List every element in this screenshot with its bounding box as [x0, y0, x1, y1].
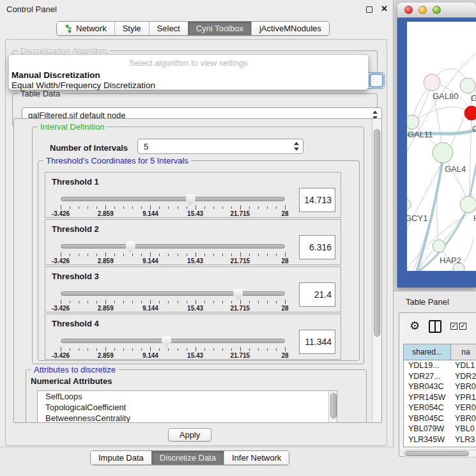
- tab-impute-data-label: Impute Data: [98, 451, 144, 464]
- number-of-intervals-combobox[interactable]: 5: [137, 139, 303, 154]
- threshold-slider[interactable]: -3.4262.8599.14415.4321.71528: [61, 194, 285, 219]
- network-window-frame: GAL80GAGAL11CGAL4GCY1HHAP2: [397, 18, 476, 288]
- scrollbar-thumb[interactable]: [330, 393, 337, 418]
- network-node[interactable]: [407, 115, 419, 129]
- slider-tick-labels: -3.4262.8599.14415.4321.71528: [61, 352, 285, 360]
- network-node[interactable]: [433, 240, 445, 252]
- table-row[interactable]: YBR043CYBR0: [404, 381, 476, 392]
- interval-definition-title: Interval Definition: [38, 122, 107, 132]
- table-row[interactable]: YER054CYER0: [404, 403, 476, 413]
- slider-thumb[interactable]: [186, 194, 196, 206]
- tab-cyni-toolbox[interactable]: Cyni Toolbox: [188, 22, 251, 35]
- slider-thumb[interactable]: [233, 289, 243, 300]
- table-cell: YDR27...: [404, 371, 451, 382]
- thresholds-group-title: Threshold's Coordinates for 5 Intervals: [43, 156, 191, 165]
- table-row[interactable]: YBL079WYBL0: [404, 424, 476, 434]
- network-window-titlebar: [397, 3, 476, 18]
- network-node[interactable]: [464, 106, 476, 120]
- table-row[interactable]: YPR145WYPR1: [404, 392, 476, 403]
- bottom-tabbar: Impute Data Discretize Data Infer Networ…: [90, 450, 289, 465]
- column-header-name[interactable]: na: [451, 344, 476, 360]
- zoom-traffic-light[interactable]: [433, 6, 441, 14]
- threshold-slider[interactable]: -3.4262.8599.14415.4321.71528: [61, 242, 285, 266]
- scrollbar-thumb[interactable]: [374, 129, 380, 337]
- settings-vertical-scrollbar[interactable]: [372, 119, 381, 422]
- table-horizontal-scrollbar[interactable]: [403, 450, 476, 457]
- threshold-panel: Threshold 3-3.4262.8599.14415.4321.71528…: [45, 266, 341, 312]
- slider-track[interactable]: [61, 244, 285, 249]
- table-row[interactable]: YDR27...YDR2: [404, 371, 476, 382]
- network-node[interactable]: [460, 196, 476, 213]
- attribute-item[interactable]: TopologicalCoefficient: [38, 402, 337, 413]
- threshold-slider[interactable]: -3.4262.8599.14415.4321.71528: [61, 336, 285, 360]
- scrollbar-thumb[interactable]: [405, 451, 469, 456]
- checkbox-icon[interactable]: ✓: [459, 323, 466, 330]
- algorithm-combobox-stepper[interactable]: [369, 73, 383, 88]
- network-canvas[interactable]: GAL80GAGAL11CGAL4GCY1HHAP2: [407, 22, 476, 271]
- interval-definition-group: Interval Definition Number of Intervals …: [32, 127, 364, 364]
- algorithm-placeholder: Select algorithm to view settings: [9, 58, 368, 68]
- slider-ticks: [61, 347, 285, 352]
- slider-thumb[interactable]: [126, 242, 135, 253]
- slider-thumb[interactable]: [162, 336, 171, 348]
- slider-ticks: [61, 300, 285, 305]
- tab-impute-data[interactable]: Impute Data: [91, 451, 151, 464]
- gear-icon[interactable]: ⚙: [410, 319, 420, 333]
- tab-style[interactable]: Style: [114, 22, 149, 35]
- algorithm-option-manual[interactable]: Manual Discretization: [12, 70, 365, 80]
- threshold-slider[interactable]: -3.4262.8599.14415.4321.71528: [61, 289, 285, 313]
- close-traffic-light[interactable]: [404, 6, 413, 14]
- tab-select[interactable]: Select: [149, 22, 188, 35]
- threshold-value-input[interactable]: 21.4: [299, 282, 335, 307]
- network-node[interactable]: [433, 142, 453, 163]
- threshold-value-input[interactable]: 6.316: [299, 235, 335, 259]
- number-of-intervals-label: Number of Intervals: [50, 143, 128, 153]
- network-node[interactable]: [407, 199, 411, 210]
- attribute-item[interactable]: SelfLoops: [38, 391, 337, 402]
- slider-track[interactable]: [61, 291, 285, 296]
- threshold-value-input[interactable]: 11.344: [299, 330, 335, 354]
- close-icon[interactable]: ✕: [381, 4, 388, 13]
- tab-jactivemnodules-label: jActiveMNodules: [259, 22, 321, 35]
- top-tabbar: Network Style Select Cyni Toolbox jActiv…: [56, 21, 330, 36]
- column-header-shared[interactable]: shared...: [404, 344, 451, 360]
- threshold-value-input[interactable]: 14.713: [299, 188, 335, 212]
- slider-track[interactable]: [61, 339, 285, 343]
- tab-discretize-data[interactable]: Discretize Data: [151, 451, 224, 464]
- threshold-panel: Threshold 4-3.4262.8599.14415.4321.71528…: [45, 314, 341, 360]
- network-node-label: GAL80: [433, 91, 458, 101]
- attributes-list-scrollbar[interactable]: [328, 391, 337, 423]
- float-window-icon[interactable]: [366, 6, 372, 13]
- combobox-stepper-icon[interactable]: [293, 141, 300, 151]
- table-panel-title: Table Panel: [406, 297, 449, 307]
- thresholds-group: Threshold's Coordinates for 5 Intervals …: [38, 160, 360, 361]
- table-row[interactable]: YLR345WYLR3: [404, 434, 476, 445]
- checkbox-icon[interactable]: ✓: [450, 323, 457, 330]
- table-row[interactable]: YBR045CYBR0: [404, 413, 476, 424]
- network-view-window: GAL80GAGAL11CGAL4GCY1HHAP2: [397, 3, 476, 288]
- algorithm-option-equal-width[interactable]: Equal Width/Frequency Discretization: [12, 81, 365, 90]
- control-panel-titlebar: Control Panel ✕: [0, 0, 393, 18]
- control-panel-window: Control Panel ✕ Network Style Select Cyn…: [0, 0, 394, 476]
- threshold-label: Threshold 3: [52, 272, 99, 281]
- threshold-label: Threshold 4: [52, 319, 99, 328]
- attribute-item[interactable]: BetweennessCentrality: [38, 413, 337, 423]
- table-row[interactable]: YDL19...YDL1: [404, 360, 476, 371]
- split-table-icon[interactable]: [429, 320, 441, 333]
- tab-select-label: Select: [157, 22, 180, 35]
- network-node[interactable]: [424, 74, 440, 91]
- window-title: Control Panel: [6, 4, 57, 14]
- slider-track[interactable]: [61, 197, 285, 201]
- table-row[interactable]: YIL052CYIL0: [404, 445, 476, 447]
- tab-discretize-data-label: Discretize Data: [160, 451, 216, 464]
- tab-infer-network[interactable]: Infer Network: [224, 451, 289, 464]
- right-side-area: GAL80GAGAL11CGAL4GCY1HHAP2 Table Panel ⚙…: [394, 0, 476, 476]
- tab-jactivemnodules[interactable]: jActiveMNodules: [251, 22, 329, 35]
- tab-cyni-toolbox-label: Cyni Toolbox: [196, 22, 243, 35]
- apply-button[interactable]: Apply: [168, 428, 211, 441]
- table-cell: YBR045C: [404, 413, 451, 424]
- minimize-traffic-light[interactable]: [418, 6, 427, 14]
- network-node[interactable]: [460, 78, 475, 93]
- table-cell: YDR2: [451, 371, 476, 382]
- tab-network[interactable]: Network: [57, 22, 114, 35]
